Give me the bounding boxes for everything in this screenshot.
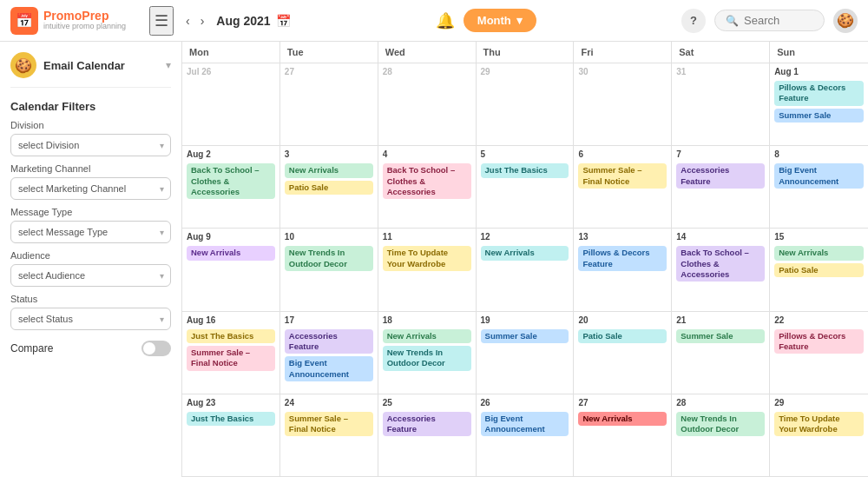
event-pill[interactable]: Summer Sale (774, 109, 864, 123)
notifications-button[interactable]: 🔔 (436, 11, 455, 30)
event-pill[interactable]: Patio Sale (285, 181, 373, 195)
cell-date: 18 (383, 315, 471, 325)
cell-date: 26 (481, 398, 569, 407)
channel-select-wrap: select Marketing Channel (10, 177, 171, 200)
calendar-header: MonTueWedThuFriSatSun (182, 42, 868, 63)
event-pill[interactable]: Summer Sale – Final Notice (285, 412, 373, 437)
search-input[interactable] (744, 14, 813, 27)
channel-select[interactable]: select Marketing Channel (10, 177, 171, 200)
cell-date: Aug 2 (187, 149, 275, 159)
event-pill[interactable]: Big Event Announcement (481, 412, 569, 437)
nav-next-button[interactable]: › (197, 12, 208, 30)
current-date: Aug 2021 📅 (216, 14, 290, 28)
status-select[interactable]: select Status (10, 308, 171, 330)
cell-date: 20 (578, 315, 667, 325)
division-select-wrap: select Division (10, 134, 171, 156)
account-name: Email Calendar (43, 59, 159, 72)
event-pill[interactable]: New Arrivals (774, 246, 864, 260)
event-pill[interactable]: Summer Sale (481, 329, 569, 343)
event-pill[interactable]: Back To School – Clothes & Accessories (676, 246, 765, 282)
event-pill[interactable]: Just The Basics (481, 163, 569, 177)
cell-date: 24 (285, 398, 373, 407)
cal-cell: 28New Trends In Outdoor Decor (672, 394, 770, 477)
status-select-wrap: select Status (10, 308, 171, 330)
event-pill[interactable]: Big Event Announcement (774, 163, 864, 189)
event-pill[interactable]: Pillows & Decors Feature (578, 246, 667, 271)
event-pill[interactable]: Just The Basics (187, 329, 275, 343)
channel-label: Marketing Channel (10, 163, 171, 174)
cell-date: 27 (578, 398, 667, 407)
cell-date: Aug 1 (774, 67, 864, 76)
event-pill[interactable]: Summer Sale (676, 329, 765, 343)
event-pill[interactable]: New Arrivals (383, 329, 471, 343)
event-pill[interactable]: Big Event Announcement (285, 356, 373, 381)
event-pill[interactable]: Time To Update Your Wardrobe (774, 412, 864, 437)
cell-date: 31 (676, 67, 765, 76)
event-pill[interactable]: Patio Sale (578, 329, 667, 343)
event-pill[interactable]: New Trends In Outdoor Decor (383, 346, 471, 371)
message-select[interactable]: select Message Type (10, 221, 171, 243)
audience-select-wrap: select Audience (10, 264, 171, 287)
division-select[interactable]: select Division (10, 134, 171, 156)
logo-name: PromoPrep (43, 10, 126, 23)
cal-cell: 29 (477, 63, 575, 146)
event-pill[interactable]: Pillows & Decors Feature (774, 81, 864, 106)
cal-cell: 17Accessories FeatureBig Event Announcem… (280, 312, 378, 394)
logo-area: 📅 PromoPrep intuitive promo planning (10, 7, 141, 35)
event-pill[interactable]: New Trends In Outdoor Decor (676, 412, 765, 437)
event-pill[interactable]: Back To School – Clothes & Accessories (187, 163, 275, 199)
event-pill[interactable]: Patio Sale (774, 263, 864, 277)
sidebar: 🍪 Email Calendar ▾ Calendar Filters Divi… (0, 42, 182, 477)
cal-cell: 21Summer Sale (672, 312, 770, 394)
help-button[interactable]: ? (681, 9, 706, 33)
account-chevron[interactable]: ▾ (166, 59, 171, 71)
search-box[interactable]: 🔍 (714, 10, 825, 31)
event-pill[interactable]: Accessories Feature (285, 329, 373, 354)
message-select-wrap: select Message Type (10, 221, 171, 243)
cal-cell: 15New ArrivalsPatio Sale (770, 229, 868, 311)
compare-toggle[interactable] (141, 341, 171, 356)
cell-date: Jul 26 (187, 67, 275, 76)
cal-cell: 25Accessories Feature (378, 394, 477, 477)
menu-button[interactable]: ☰ (149, 6, 174, 36)
nav-prev-button[interactable]: ‹ (182, 12, 194, 30)
event-pill[interactable]: New Arrivals (187, 246, 275, 260)
audience-select[interactable]: select Audience (10, 264, 171, 287)
event-pill[interactable]: Back To School – Clothes & Accessories (383, 163, 471, 199)
day-header-mon: Mon (182, 42, 280, 63)
event-pill[interactable]: New Arrivals (285, 163, 373, 177)
cell-date: 12 (481, 232, 569, 242)
cell-date: 7 (676, 149, 765, 159)
compare-label: Compare (10, 342, 53, 354)
cell-date: 19 (481, 315, 569, 325)
cal-cell: 22Pillows & Decors Feature (770, 312, 868, 394)
cell-date: 21 (676, 315, 765, 325)
event-pill[interactable]: Accessories Feature (383, 412, 471, 437)
event-pill[interactable]: Summer Sale – Final Notice (578, 163, 667, 189)
cal-cell: 31 (672, 63, 770, 146)
event-pill[interactable]: Summer Sale – Final Notice (187, 346, 275, 371)
date-label: Aug 2021 (216, 14, 270, 28)
cell-date: 3 (285, 149, 373, 159)
event-pill[interactable]: Time To Update Your Wardrobe (383, 246, 471, 271)
event-pill[interactable]: New Arrivals (578, 412, 667, 426)
event-pill[interactable]: Just The Basics (187, 412, 275, 426)
cal-cell: Aug 1Pillows & Decors FeatureSummer Sale (770, 63, 868, 146)
compare-row: Compare (10, 341, 171, 356)
cell-date: 30 (578, 67, 667, 76)
day-header-tue: Tue (280, 42, 378, 63)
event-pill[interactable]: Pillows & Decors Feature (774, 329, 864, 354)
avatar-button[interactable]: 🍪 (833, 9, 858, 33)
month-view-button[interactable]: Month ▾ (464, 9, 536, 32)
cal-cell: 19Summer Sale (477, 312, 575, 394)
calendar-icon: 📅 (276, 14, 291, 28)
toggle-knob (143, 342, 155, 354)
cell-date: 25 (383, 398, 471, 407)
event-pill[interactable]: New Arrivals (481, 246, 569, 260)
event-pill[interactable]: New Trends In Outdoor Decor (285, 246, 373, 271)
event-pill[interactable]: Accessories Feature (676, 163, 765, 189)
cell-date: 22 (774, 315, 864, 325)
cell-date: 29 (481, 67, 569, 76)
logo-icon: 📅 (10, 7, 38, 35)
status-label: Status (10, 294, 171, 304)
